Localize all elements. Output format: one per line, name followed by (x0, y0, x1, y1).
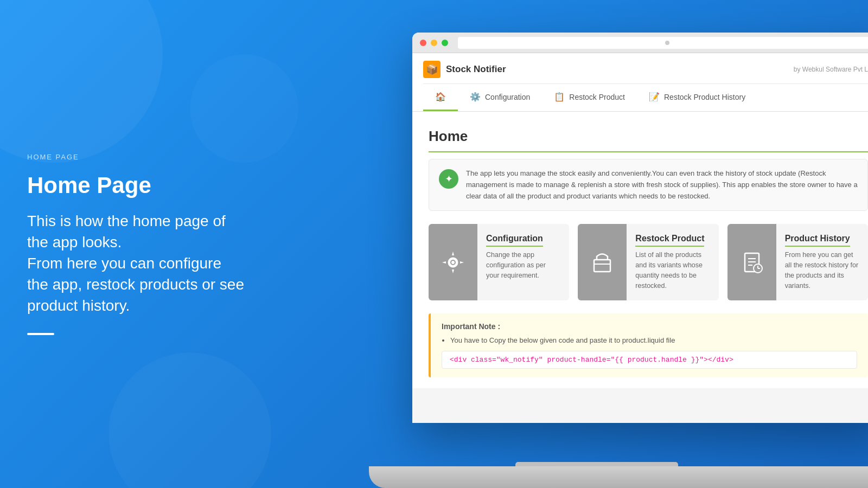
app-navigation: 🏠 ⚙️ Configuration 📋 Restock Product 📝 R… (423, 84, 868, 111)
left-panel: HOME PAGE Home Page This is how the home… (0, 120, 271, 367)
restock-card-title: Restock Product (635, 234, 704, 247)
history-card-desc: From here you can get all the restock hi… (785, 250, 859, 291)
browser-expand-dot (442, 40, 448, 46)
history-card-body: Product History From here you can get al… (776, 224, 868, 300)
nav-tab-restock-history[interactable]: 📝 Restock Product History (637, 84, 757, 111)
laptop-base (369, 466, 868, 488)
browser-chrome (412, 33, 868, 53)
configuration-card-desc: Change the app configuration as per your… (486, 250, 560, 280)
configuration-card-icon (429, 224, 477, 300)
history-icon: 📝 (649, 92, 660, 102)
restock-card-icon (578, 224, 627, 300)
history-card-icon (727, 224, 776, 300)
info-text: The app lets you manage the stock easily… (466, 168, 858, 202)
nav-tab-restock-product[interactable]: 📋 Restock Product (542, 84, 637, 111)
url-indicator (665, 41, 669, 45)
feature-card-configuration[interactable]: Configuration Change the app configurati… (429, 224, 569, 300)
restock-card-desc: List of all the products and its variant… (635, 250, 710, 291)
important-note-item: You have to Copy the below given code an… (450, 336, 857, 344)
feature-card-restock[interactable]: Restock Product List of all the products… (578, 224, 718, 300)
home-icon: 🏠 (435, 92, 446, 102)
important-note: Important Note : You have to Copy the be… (429, 313, 868, 377)
app-logo: 📦 Stock Notifier (423, 61, 506, 78)
app-by-text: by Webkul Software Pvt Ltd (794, 66, 868, 73)
feature-cards: Configuration Change the app configurati… (429, 224, 868, 300)
nav-tab-configuration-label: Configuration (485, 93, 530, 101)
nav-tab-home[interactable]: 🏠 (423, 84, 458, 111)
section-divider (27, 333, 54, 335)
page-title: Home (429, 128, 868, 152)
info-box: ✦ The app lets you manage the stock easi… (429, 159, 868, 211)
main-content: Home ✦ The app lets you manage the stock… (412, 112, 868, 388)
configuration-card-body: Configuration Change the app configurati… (477, 224, 569, 300)
restock-icon: 📋 (554, 92, 565, 102)
app-content: 📦 Stock Notifier by Webkul Software Pvt … (412, 53, 868, 423)
configuration-icon: ⚙️ (470, 92, 481, 102)
right-panel: 📦 Stock Notifier by Webkul Software Pvt … (271, 0, 868, 488)
browser-close-dot (420, 40, 426, 46)
nav-tab-history-label: Restock Product History (664, 93, 745, 101)
app-header: 📦 Stock Notifier by Webkul Software Pvt … (412, 53, 868, 112)
important-note-list: You have to Copy the below given code an… (450, 336, 857, 344)
svg-point-2 (451, 261, 455, 264)
svg-rect-3 (594, 260, 610, 272)
nav-tab-restock-label: Restock Product (569, 93, 625, 101)
browser-window: 📦 Stock Notifier by Webkul Software Pvt … (412, 33, 868, 423)
browser-minimize-dot (431, 40, 437, 46)
important-note-code: <div class="wk_notify" product-handle="{… (442, 351, 857, 369)
app-logo-icon: 📦 (423, 61, 441, 78)
section-title: Home Page (27, 172, 244, 199)
browser-url-bar (458, 37, 868, 49)
feature-card-history[interactable]: Product History From here you can get al… (727, 224, 868, 300)
app-logo-text: Stock Notifier (446, 64, 506, 75)
restock-card-body: Restock Product List of all the products… (627, 224, 718, 300)
configuration-card-title: Configuration (486, 234, 543, 247)
app-header-top: 📦 Stock Notifier by Webkul Software Pvt … (423, 53, 868, 84)
nav-tab-configuration[interactable]: ⚙️ Configuration (458, 84, 542, 111)
section-label: HOME PAGE (27, 153, 244, 161)
important-note-title: Important Note : (442, 322, 857, 331)
section-description: This is how the home page of the app loo… (27, 210, 244, 317)
history-card-title: Product History (785, 234, 850, 247)
info-icon: ✦ (439, 169, 458, 189)
